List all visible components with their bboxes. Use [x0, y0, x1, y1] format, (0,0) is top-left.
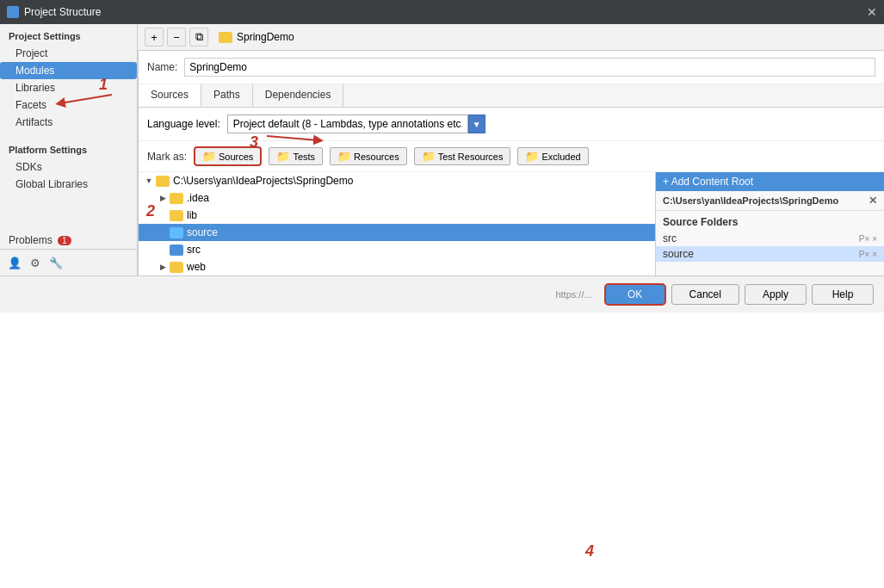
content-area: Name: Sources Paths Dependencies Languag… — [138, 51, 884, 275]
source-folder-src-actions[interactable]: P× × — [859, 234, 877, 244]
dialog-footer: https://... OK Cancel Apply Help — [0, 275, 884, 313]
source-folders-title: Source Folders — [656, 211, 884, 231]
sidebar-item-project[interactable]: Project — [0, 45, 137, 62]
lang-dropdown: ▼ — [227, 115, 485, 133]
mark-as-label: Mark as: — [147, 151, 187, 163]
name-input[interactable] — [184, 58, 875, 77]
split-pane: ▼ C:\Users\yan\IdeaProjects\SpringDemo ▶… — [139, 172, 884, 275]
tree-src-label: src — [187, 244, 201, 256]
mark-sources-label: Sources — [219, 152, 253, 162]
sidebar-bottom: 👤 ⚙ 🔧 — [0, 249, 137, 275]
excluded-folder-icon: 📁 — [525, 150, 539, 163]
content-root-path: C:\Users\yan\IdeaProjects\SpringDemo ✕ — [656, 191, 884, 211]
tree-web-label: web — [187, 261, 206, 273]
mark-as-test-resources-button[interactable]: 📁 Test Resources — [414, 147, 511, 165]
title-bar-icon — [7, 6, 19, 18]
source-folder-source-name: source — [663, 248, 694, 260]
user-icon[interactable]: 👤 — [7, 255, 22, 270]
add-module-button[interactable]: + — [145, 28, 164, 46]
tree-lib-folder-icon — [170, 210, 183, 221]
mark-as-sources-button[interactable]: 📁 Sources — [194, 146, 262, 166]
tree-item-web[interactable]: ▶ web — [139, 258, 655, 275]
source-folder-src-name: src — [663, 232, 677, 244]
mark-as-excluded-button[interactable]: 📁 Excluded — [517, 147, 588, 165]
tree-pane: ▼ C:\Users\yan\IdeaProjects\SpringDemo ▶… — [139, 172, 656, 275]
tab-dependencies[interactable]: Dependencies — [253, 84, 344, 107]
tree-idea-arrow: ▶ — [156, 191, 170, 205]
module-list-item[interactable]: SpringDemo — [212, 28, 301, 46]
tab-sources[interactable]: Sources — [139, 84, 201, 107]
lang-select[interactable] — [227, 115, 468, 133]
annotation-4: 4 — [585, 542, 594, 560]
title-bar: Project Structure ✕ — [0, 0, 884, 24]
tree-root-folder-icon — [156, 176, 170, 187]
lang-arrow-icon[interactable]: ▼ — [468, 115, 485, 133]
cancel-button[interactable]: Cancel — [671, 284, 739, 305]
sources-folder-icon: 📁 — [202, 150, 216, 163]
mark-excluded-label: Excluded — [541, 152, 580, 162]
module-name: SpringDemo — [237, 31, 294, 43]
apply-button[interactable]: Apply — [745, 284, 807, 305]
add-content-root-label[interactable]: + Add Content Root — [663, 176, 753, 188]
sidebar-item-facets[interactable]: Facets — [0, 96, 137, 114]
project-settings-label: Project Settings — [0, 24, 137, 45]
mark-tests-label: Tests — [293, 152, 315, 162]
tree-idea-label: .idea — [187, 192, 209, 204]
add-content-root-header: + Add Content Root — [656, 172, 884, 191]
tree-item-lib[interactable]: ▶ lib — [139, 207, 655, 224]
sidebar-item-modules[interactable]: Modules — [0, 62, 137, 79]
sidebar-item-artifacts[interactable]: Artifacts — [0, 114, 137, 131]
mark-as-tests-button[interactable]: 📁 Tests — [269, 147, 323, 165]
test-res-folder-icon: 📁 — [422, 150, 436, 163]
source-folder-item-src[interactable]: src P× × — [656, 231, 884, 246]
name-label: Name: — [147, 61, 177, 73]
module-folder-icon — [219, 32, 232, 43]
tabs-bar: Sources Paths Dependencies — [139, 84, 884, 108]
module-toolbar: + − ⧉ SpringDemo — [138, 24, 884, 51]
resources-folder-icon: 📁 — [337, 150, 351, 163]
tree-root[interactable]: ▼ C:\Users\yan\IdeaProjects\SpringDemo — [139, 172, 655, 189]
sidebar-item-problems[interactable]: Problems 1 — [0, 232, 137, 249]
sidebar: Project Settings Project Modules Librari… — [0, 24, 138, 275]
problems-badge: 1 — [58, 236, 71, 245]
sidebar-item-sdks[interactable]: SDKs — [0, 158, 137, 176]
mark-resources-label: Resources — [354, 152, 399, 162]
tree-source-label: source — [187, 226, 218, 238]
tab-paths[interactable]: Paths — [201, 84, 253, 107]
tree-item-idea[interactable]: ▶ .idea — [139, 189, 655, 207]
content-root-close-icon[interactable]: ✕ — [869, 195, 877, 207]
help-button[interactable]: Help — [812, 284, 874, 305]
copy-module-button[interactable]: ⧉ — [189, 28, 208, 46]
source-folder-item-source[interactable]: source P× × — [656, 246, 884, 262]
name-row: Name: — [139, 51, 884, 84]
tests-folder-icon: 📁 — [276, 150, 290, 163]
tree-root-arrow: ▼ — [142, 174, 156, 188]
source-folder-source-actions[interactable]: P× × — [859, 250, 877, 259]
sidebar-item-libraries[interactable]: Libraries — [0, 79, 137, 96]
sidebar-item-global-libraries[interactable]: Global Libraries — [0, 176, 137, 193]
mark-as-row: Mark as: 📁 Sources 📁 Tests 📁 Resources — [139, 141, 884, 172]
title-bar-title: Project Structure — [24, 6, 101, 18]
tree-idea-folder-icon — [170, 193, 183, 204]
problems-label: Problems — [9, 234, 53, 246]
tree-web-folder-icon — [170, 262, 183, 273]
mark-as-resources-button[interactable]: 📁 Resources — [330, 147, 407, 165]
main-panel: + − ⧉ SpringDemo Name: Sources Path — [138, 24, 884, 275]
remove-module-button[interactable]: − — [167, 28, 186, 46]
content-root-path-text: C:\Users\yan\IdeaProjects\SpringDemo — [663, 195, 838, 206]
platform-settings-label: Platform Settings — [0, 138, 137, 158]
lang-level-row: Language level: ▼ — [139, 108, 884, 141]
mark-test-resources-label: Test Resources — [438, 152, 504, 162]
lang-level-label: Language level: — [147, 118, 220, 130]
settings-icon[interactable]: ⚙ — [28, 255, 43, 270]
tree-src-folder-icon — [170, 244, 183, 256]
ok-button[interactable]: OK — [604, 283, 666, 306]
tree-web-arrow: ▶ — [156, 260, 170, 274]
tree-item-src[interactable]: ▶ src — [139, 241, 655, 258]
close-icon[interactable]: ✕ — [867, 5, 877, 19]
gear-icon[interactable]: 🔧 — [48, 255, 64, 270]
tree-lib-label: lib — [187, 209, 197, 221]
tree-item-source[interactable]: ▶ source — [139, 224, 655, 241]
tree-source-folder-icon — [170, 227, 183, 238]
right-pane: + Add Content Root C:\Users\yan\IdeaProj… — [656, 172, 884, 275]
